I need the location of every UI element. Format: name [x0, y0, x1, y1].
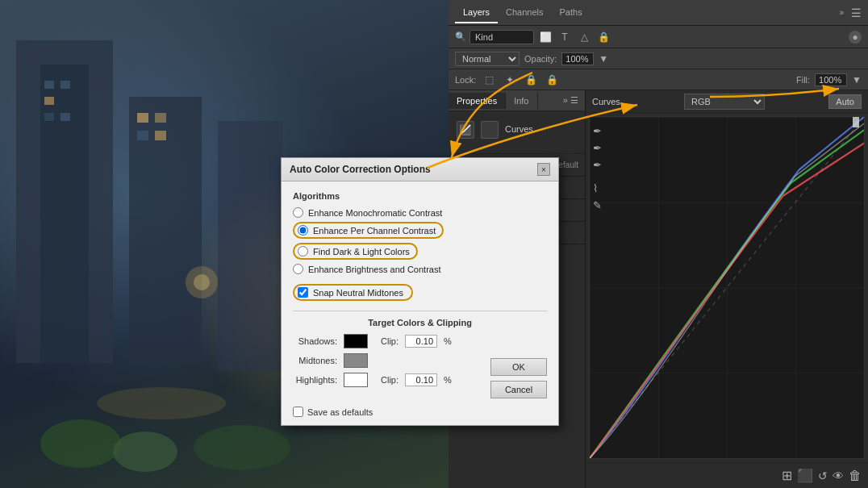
curves-tools: ✒ ✒ ✒ ⌇ ✎ — [593, 125, 602, 211]
info-tab[interactable]: Info — [506, 93, 537, 109]
midtones-label: Midtones: — [293, 356, 337, 365]
svg-rect-10 — [155, 113, 166, 123]
curves-mask-icon[interactable]: ⬛ — [797, 468, 813, 483]
curves-icon-2[interactable] — [481, 121, 499, 139]
target-colors-title: Target Colors & Clipping — [293, 318, 547, 327]
properties-expand-icon[interactable]: » ☰ — [557, 92, 585, 109]
filter-toggle[interactable]: ● — [849, 31, 862, 44]
lock-row: Lock: ⬚ ✦ 🔒 🔒 Fill: ▼ — [449, 69, 868, 90]
fill-input[interactable] — [815, 73, 847, 86]
radio-monochromatic[interactable] — [293, 207, 303, 218]
properties-header: Properties Info » ☰ — [449, 90, 585, 111]
curves-panel-title: Curves — [592, 97, 620, 106]
curves-refresh-icon[interactable]: ↺ — [818, 469, 828, 482]
curve-draw-icon[interactable]: ⌇ — [593, 182, 602, 194]
radio-monochromatic-label: Enhance Monochromatic Contrast — [308, 208, 442, 218]
expand-panels-icon[interactable]: » — [839, 8, 844, 17]
dialog-titlebar[interactable]: Auto Color Correction Options × — [282, 158, 558, 181]
algorithms-label: Algorithms — [293, 191, 547, 201]
curves-preset-icon[interactable] — [457, 121, 474, 139]
shadows-swatch[interactable] — [344, 334, 368, 348]
opacity-input[interactable] — [561, 52, 594, 65]
lock-pixels-icon[interactable]: ⬚ — [481, 72, 497, 88]
dark-light-highlight: Find Dark & Light Colors — [293, 243, 418, 260]
radio-item-dark-light: Find Dark & Light Colors — [293, 243, 547, 260]
filter-icon-2[interactable]: T — [557, 29, 573, 45]
shadows-label: Shadows: — [293, 336, 337, 346]
curves-adjustment-header: Curves — [449, 111, 585, 153]
panel-menu-icon[interactable]: ☰ — [851, 6, 862, 19]
snap-neutral-highlight: Snap Neutral Midtones — [293, 284, 413, 301]
radio-item-per-channel: Enhance Per Channel Contrast — [293, 222, 547, 239]
dialog-close-button[interactable]: × — [537, 163, 550, 176]
shadows-percent-label: % — [444, 336, 452, 346]
radio-item-brightness: Enhance Brightness and Contrast — [293, 264, 547, 274]
filter-icon-1[interactable]: ⬜ — [537, 29, 553, 45]
svg-rect-8 — [61, 113, 70, 121]
svg-point-15 — [194, 425, 290, 470]
svg-rect-4 — [44, 81, 54, 89]
eyedropper-black-icon[interactable]: ✒ — [593, 125, 602, 137]
fill-expand-icon[interactable]: ▼ — [852, 74, 862, 86]
save-defaults-checkbox[interactable] — [293, 407, 303, 417]
lock-label: Lock: — [455, 75, 476, 85]
svg-rect-12 — [155, 131, 166, 140]
tab-layers[interactable]: Layers — [455, 2, 498, 23]
filter-icon-3[interactable]: △ — [576, 29, 592, 45]
radio-dark-light-label: Find Dark & Light Colors — [313, 247, 410, 257]
filter-icon-4[interactable]: 🔒 — [595, 29, 611, 45]
ok-button[interactable]: OK — [490, 358, 547, 376]
curves-panel-header: Curves RGB Auto — [586, 90, 868, 113]
svg-rect-7 — [44, 113, 54, 121]
curves-label: Curves — [505, 121, 533, 139]
radio-dark-light[interactable] — [298, 246, 308, 257]
fill-label: Fill: — [796, 75, 810, 85]
clip-highlights-label: Clip: — [381, 375, 399, 385]
highlights-percent-label: % — [444, 375, 452, 385]
save-defaults-row: Save as defaults — [293, 407, 547, 417]
curves-delete-icon[interactable]: 🗑 — [849, 469, 862, 483]
radio-brightness[interactable] — [293, 264, 303, 274]
auto-color-correction-dialog[interactable]: Auto Color Correction Options × Algorith… — [281, 157, 559, 426]
save-defaults-label: Save as defaults — [307, 407, 373, 417]
radio-item-monochromatic: Enhance Monochromatic Contrast — [293, 207, 547, 218]
eyedropper-white-icon[interactable]: ✒ — [593, 159, 602, 171]
highlights-clip-input[interactable] — [405, 373, 437, 386]
kind-search-input[interactable] — [469, 30, 534, 44]
blend-mode-select[interactable]: Normal — [455, 52, 520, 66]
tab-channels[interactable]: Channels — [498, 2, 551, 23]
svg-rect-1 — [40, 65, 89, 363]
curves-new-layer-icon[interactable]: ⊞ — [782, 468, 792, 483]
curves-bottom-toolbar: ⊞ ⬛ ↺ 👁 🗑 — [586, 462, 868, 488]
snap-neutral-checkbox[interactable] — [298, 287, 308, 298]
lock-all-icon[interactable]: 🔒 — [544, 72, 560, 88]
svg-rect-5 — [61, 81, 70, 89]
channel-select[interactable]: RGB — [684, 94, 765, 110]
snap-neutral-label: Snap Neutral Midtones — [313, 288, 403, 298]
snap-neutral-row: Snap Neutral Midtones — [293, 284, 547, 301]
midtones-swatch[interactable] — [344, 353, 368, 368]
radio-per-channel-label: Enhance Per Channel Contrast — [313, 226, 436, 236]
svg-point-14 — [113, 432, 177, 472]
auto-button[interactable]: Auto — [828, 94, 862, 109]
opacity-label: Opacity: — [524, 54, 557, 64]
eyedropper-gray-icon[interactable]: ✒ — [593, 142, 602, 154]
clip-shadows-label: Clip: — [381, 336, 399, 346]
tab-paths[interactable]: Paths — [552, 2, 590, 23]
curves-panel: Curves RGB Auto — [586, 90, 868, 488]
cancel-button[interactable]: Cancel — [490, 381, 547, 398]
algorithm-radio-group: Enhance Monochromatic Contrast Enhance P… — [293, 207, 547, 274]
pencil-tool-icon[interactable]: ✎ — [593, 199, 602, 211]
highlights-swatch[interactable] — [344, 373, 368, 387]
svg-rect-28 — [853, 117, 859, 127]
search-icon: 🔍 — [455, 31, 466, 42]
radio-per-channel[interactable] — [298, 225, 308, 236]
lock-position-icon[interactable]: ✦ — [502, 72, 518, 88]
properties-tab[interactable]: Properties — [449, 93, 506, 109]
shadows-clip-input[interactable] — [405, 335, 437, 348]
lock-artboards-icon[interactable]: 🔒 — [523, 72, 539, 88]
opacity-expand-icon[interactable]: ▼ — [599, 53, 608, 65]
svg-rect-3 — [218, 121, 282, 371]
svg-rect-6 — [44, 97, 54, 105]
curves-visibility-icon[interactable]: 👁 — [833, 469, 844, 482]
